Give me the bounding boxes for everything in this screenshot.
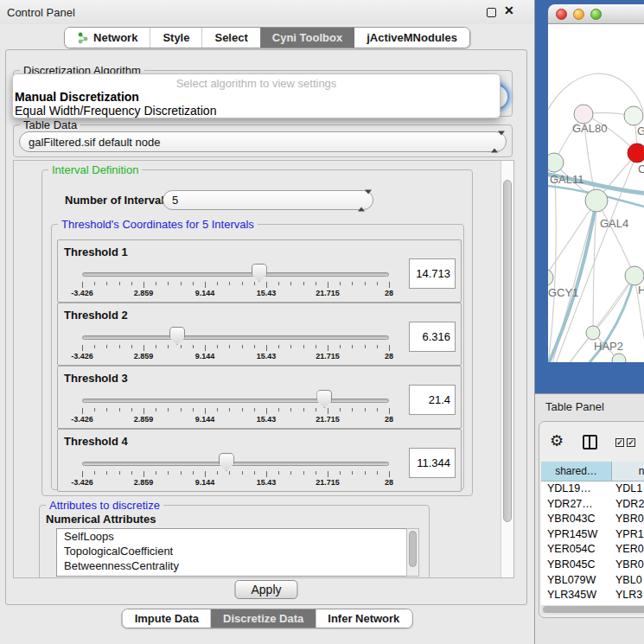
slider-tick [278,408,279,411]
slider-tick [156,282,156,285]
cell-name[interactable]: YDR2 [612,497,644,513]
node-red-selected[interactable] [628,143,644,163]
tab-network[interactable]: Network [65,28,150,48]
table-row[interactable]: YDR27…YDR2 [541,497,644,513]
cell-shared-name[interactable]: YDL19… [541,481,612,497]
table-row[interactable]: YBR045CYBR0 [541,558,644,573]
slider-tick [106,345,107,348]
num-intervals-value: 5 [172,194,178,207]
column-header-shared-name[interactable]: shared… [541,462,612,481]
cell-shared-name[interactable]: YLR345W [541,588,612,603]
slider-thumb[interactable] [169,327,185,345]
control-panel-titlebar: Control Panel ✕ [0,0,534,24]
table-data-group: Table Data galFiltered.sif default node [13,124,513,157]
slider-tick [94,471,95,475]
cell-name[interactable]: YPR1 [612,527,644,543]
slider-thumb[interactable] [252,264,267,282]
tab-jactivemnodules[interactable]: jActiveMNodules [354,28,469,48]
num-intervals-combobox[interactable]: 5 [163,190,373,210]
slider-tick-label: 28 [368,289,410,297]
attribute-item[interactable]: SelfLoops [57,529,406,544]
column-header-name[interactable]: na [612,462,644,481]
control-panel: Control Panel ✕ NetworkStyleSelectCyni T… [0,0,534,644]
table-hscrollbar[interactable] [541,605,644,615]
node-gcy1[interactable] [548,269,553,286]
cell-shared-name[interactable]: YPR145W [541,527,612,543]
threshold-value-field[interactable]: 21.4 [409,385,456,415]
table-row[interactable]: YBL079WYBL0 [541,573,644,589]
gear-icon[interactable]: ⚙ [550,431,564,450]
cell-name[interactable]: YER0 [612,542,644,558]
cell-name[interactable]: YBL0 [612,573,644,589]
tab-impute-data[interactable]: Impute Data [123,609,211,628]
tab-style[interactable]: Style [150,28,201,48]
node-gal11[interactable] [548,153,564,172]
dropdown-option[interactable]: Manual Discretization [15,90,139,104]
slider-tick [119,408,120,411]
tab-infer-network[interactable]: Infer Network [316,609,411,628]
cell-shared-name[interactable]: YDR27… [541,497,612,513]
node-table[interactable]: shared… na YDL19…YDL1YDR27…YDR2YBR043CYB… [541,462,644,605]
table-row[interactable]: YDL19…YDL1 [541,481,644,497]
threshold-value-field[interactable]: 6.316 [409,322,456,352]
cell-name[interactable]: YLR3 [612,588,644,603]
zoom-traffic-icon[interactable] [590,9,602,20]
cell-name[interactable]: YBR0 [612,558,644,573]
float-window-icon[interactable] [487,8,496,17]
table-row[interactable]: YER054CYER0 [541,542,644,558]
apply-button[interactable]: Apply [234,580,297,599]
network-canvas[interactable]: GAL80 G C GAL11 GAL4 GCY1 H HAP2 [548,24,644,362]
minimize-traffic-icon[interactable] [573,9,584,20]
cell-name[interactable]: YDL1 [612,481,644,497]
slider-tick [205,408,206,414]
threshold-2-box: Threshold 2-3.4262.8599.14415.4321.71528… [57,303,462,366]
cell-shared-name[interactable]: YBR045C [541,558,612,573]
close-traffic-icon[interactable] [556,9,567,20]
node-gal4[interactable] [585,189,608,212]
settings-scrollbar[interactable] [501,161,513,577]
tab-cyni-toolbox[interactable]: Cyni Toolbox [260,28,354,48]
cell-shared-name[interactable]: YBL079W [541,573,612,589]
threshold-value-field[interactable]: 14.713 [409,258,456,289]
close-icon[interactable]: ✕ [504,3,514,17]
tab-discretize-data[interactable]: Discretize Data [211,609,316,628]
cell-name[interactable]: YBR0 [612,512,644,527]
slider-tick [365,345,366,348]
cell-shared-name[interactable]: YER054C [541,542,612,558]
table-row[interactable]: YBR043CYBR0 [541,512,644,527]
slider-track[interactable] [82,462,389,466]
dropdown-option[interactable]: Equal Width/Frequency Discretization [15,104,216,118]
attribute-item[interactable]: TopologicalCoefficient [57,544,406,558]
split-columns-icon[interactable] [583,435,597,450]
threshold-value-field[interactable]: 11.344 [409,448,456,478]
slider-thumb[interactable] [316,390,332,408]
table-panel-body: ⚙ ✓ ✓ shared… na YDL19…YDL1YDR27…YDR2YBR… [535,419,644,644]
attributes-list[interactable]: SelfLoopsTopologicalCoefficientBetweenne… [56,528,406,577]
node-partial-right[interactable] [624,106,643,125]
slider-thumb[interactable] [219,453,234,471]
network-window-titlebar[interactable] [548,4,644,24]
slider-track[interactable] [82,272,389,277]
table-row[interactable]: YPR145WYPR1 [541,527,644,543]
node-h[interactable] [625,266,644,285]
node-label: GCY1 [548,286,578,299]
slider-tick [82,408,83,414]
checkbox-icon[interactable]: ✓ [627,438,635,447]
table-row[interactable]: YLR345WYLR3 [541,588,644,603]
slider-tick [119,471,120,475]
slider-tick [316,345,316,348]
checkbox-icon[interactable]: ✓ [615,438,624,447]
slider-tick [303,345,304,348]
slider-tick [156,345,156,348]
slider-track[interactable] [82,335,389,340]
attribute-item[interactable]: BetweennessCentrality [57,558,406,573]
slider-tick-label: 15.43 [245,478,287,487]
slider-track[interactable] [82,399,389,403]
attributes-list-scrollbar[interactable] [406,528,419,577]
table-data-combobox[interactable]: galFiltered.sif default node [19,131,507,152]
slider-tick [389,345,390,351]
cell-shared-name[interactable]: YBR043C [541,512,612,527]
node-gal80[interactable] [574,105,593,124]
node-hap2[interactable] [586,326,600,340]
tab-select[interactable]: Select [201,28,259,48]
